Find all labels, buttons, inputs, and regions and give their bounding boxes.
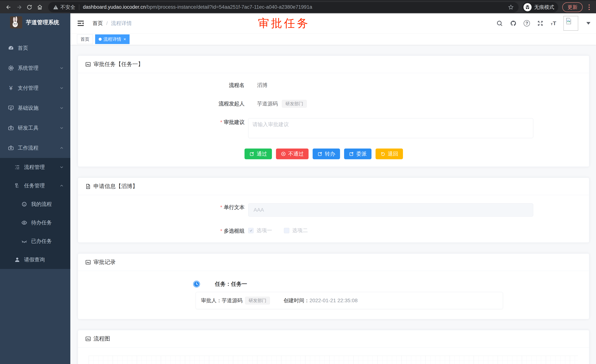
button-label: 委派 — [356, 150, 367, 157]
form-row-checkboxes: *多选框组 选项一 选项二 — [85, 227, 582, 235]
checkbox-label: 选项二 — [292, 227, 308, 234]
sidebar-item-system[interactable]: 系统管理 — [0, 58, 70, 78]
sidebar-item-devtools[interactable]: 研发工具 — [0, 118, 70, 138]
sidebar-item-leave-query[interactable]: 请假查询 — [0, 250, 70, 269]
back-icon[interactable] — [4, 3, 13, 12]
card-title: 流程图 — [93, 335, 110, 342]
security-label[interactable]: 不安全 — [60, 4, 75, 11]
flow-diagram-card: 流程图 — [78, 330, 589, 364]
toolbox-icon — [7, 124, 15, 131]
checkbox-checked-icon — [248, 228, 253, 233]
sidebar-item-label: 请假查询 — [24, 256, 45, 263]
card-header: 审批任务【任务一】 — [78, 56, 589, 73]
required-mark: * — [220, 204, 222, 210]
card-title: 申请信息【滔博】 — [93, 182, 138, 190]
form-row-initiator: 流程发起人 芋道源码 研发部门 — [85, 100, 582, 108]
workflow-submenu: 流程管理 任务管理 我的流程 待办任务 — [0, 158, 70, 269]
security-warning-icon[interactable] — [53, 4, 59, 10]
divider — [79, 4, 79, 10]
browser-toolbar: 不安全 dashboard.yudao.iocoder.cn/bpm/proce… — [0, 0, 596, 13]
bookmark-star-icon[interactable] — [508, 4, 514, 10]
document-icon — [85, 183, 91, 189]
button-label: 不通过 — [288, 150, 304, 157]
url-host[interactable]: dashboard.yudao.iocoder.cn — [83, 4, 146, 10]
sidebar-item-workflow[interactable]: 工作流程 — [0, 138, 70, 158]
transfer-button[interactable]: 转办 — [313, 148, 340, 159]
reload-icon[interactable] — [25, 3, 34, 12]
text-field-label: 单行文本 — [224, 204, 245, 210]
font-size-small-glyph: т — [551, 22, 553, 26]
page-content: 审批任务【任务一】 流程名 滔博 流程发起人 芋道源码 研发部门 *审批建议 — [70, 45, 596, 364]
sidebar-item-label: 支付管理 — [18, 85, 38, 92]
dept-tag: 研发部门 — [282, 100, 307, 108]
app-logo-row: 芋道管理系统 — [0, 13, 70, 31]
sidebar-item-todo-tasks[interactable]: 待办任务 — [0, 213, 70, 232]
card-body: 任务：任务一 审批人： 芋道源码 研发部门 创建时间： 2022-01-21 2… — [78, 271, 589, 319]
incognito-label: 无痕模式 — [534, 4, 554, 11]
home-icon[interactable] — [35, 3, 45, 12]
annotation-overlay: 审批任务 — [258, 16, 310, 31]
picture-icon — [85, 61, 91, 67]
close-icon[interactable]: × — [123, 37, 126, 42]
yen-icon: ¥ — [7, 85, 15, 92]
card-body: *单行文本 AAA *多选框组 选项一 选项 — [78, 195, 589, 242]
approver-label: 审批人： — [201, 297, 222, 304]
browser-menu-icon[interactable] — [586, 3, 592, 12]
sidebar-item-my-process[interactable]: 我的流程 — [0, 195, 70, 213]
reject-button[interactable]: 不通过 — [276, 148, 309, 159]
search-icon[interactable] — [496, 20, 503, 27]
sidebar-item-label: 已办任务 — [31, 238, 52, 245]
card-header: 流程图 — [78, 330, 589, 348]
sidebar-item-infra[interactable]: 基础设施 — [0, 98, 70, 118]
approver-name: 芋道源码 — [222, 297, 242, 304]
incognito-icon — [523, 3, 532, 11]
url-path[interactable]: /bpm/process-instance/detail?id=54aa251f… — [146, 4, 505, 10]
help-icon[interactable]: ? — [524, 20, 530, 26]
suggestion-label: 审批建议 — [224, 119, 245, 125]
card-header: 审批记录 — [78, 254, 589, 271]
application-info-card: 申请信息【滔博】 *单行文本 AAA *多选框组 选项一 — [78, 178, 589, 243]
form-row-process-name: 流程名 滔博 — [85, 81, 582, 89]
font-size-icon[interactable]: тT — [551, 20, 556, 26]
card-header: 申请信息【滔博】 — [78, 178, 589, 195]
suggestion-textarea[interactable] — [248, 118, 533, 138]
return-button[interactable]: 退回 — [376, 148, 403, 159]
eye-closed-icon — [21, 238, 28, 245]
forward-icon[interactable] — [15, 3, 24, 12]
fullscreen-icon[interactable] — [537, 20, 544, 27]
gear-icon — [7, 65, 15, 72]
breadcrumb-home[interactable]: 首页 — [93, 20, 103, 27]
user-icon — [14, 256, 21, 263]
bpmn-diagram-canvas[interactable] — [89, 356, 578, 364]
field-label: *审批建议 — [85, 118, 248, 126]
checkbox-unchecked-icon — [284, 228, 289, 233]
sidebar-item-process-mgmt[interactable]: 流程管理 — [0, 158, 70, 176]
picture-icon — [85, 259, 91, 265]
breadcrumb-separator: / — [106, 20, 108, 26]
github-icon[interactable] — [510, 20, 517, 27]
approve-button[interactable]: 通过 — [245, 148, 272, 159]
sidebar-item-task-mgmt[interactable]: 任务管理 — [0, 176, 70, 195]
field-label: *多选框组 — [85, 227, 248, 235]
chevron-down-icon — [59, 66, 64, 71]
delegate-button[interactable]: 委派 — [344, 148, 372, 159]
sidebar-item-home[interactable]: 首页 — [0, 38, 70, 58]
sidebar-item-label: 流程管理 — [24, 164, 45, 171]
chevron-down-icon — [59, 86, 64, 90]
sidebar-item-done-tasks[interactable]: 已办任务 — [0, 232, 70, 250]
required-mark: * — [220, 119, 222, 125]
avatar-dropdown-caret-icon[interactable] — [586, 22, 590, 25]
dept-tag: 研发部门 — [245, 297, 270, 305]
sidebar-item-payment[interactable]: ¥ 支付管理 — [0, 78, 70, 98]
font-size-big-glyph: T — [553, 20, 556, 26]
checkbox-group: 选项一 选项二 — [248, 227, 320, 234]
sidebar-collapse-icon[interactable] — [77, 19, 85, 27]
tag-process-detail[interactable]: 流程详情 × — [95, 34, 130, 44]
create-time-value: 2022-01-21 22:35:08 — [309, 298, 358, 304]
chevron-up-icon — [59, 183, 64, 188]
address-bar[interactable]: 不安全 dashboard.yudao.iocoder.cn/bpm/proce… — [48, 2, 519, 12]
tag-home[interactable]: 首页 — [77, 34, 93, 44]
avatar[interactable] — [563, 16, 578, 31]
tag-label: 首页 — [81, 36, 89, 42]
update-button[interactable]: 更新 — [562, 2, 583, 12]
